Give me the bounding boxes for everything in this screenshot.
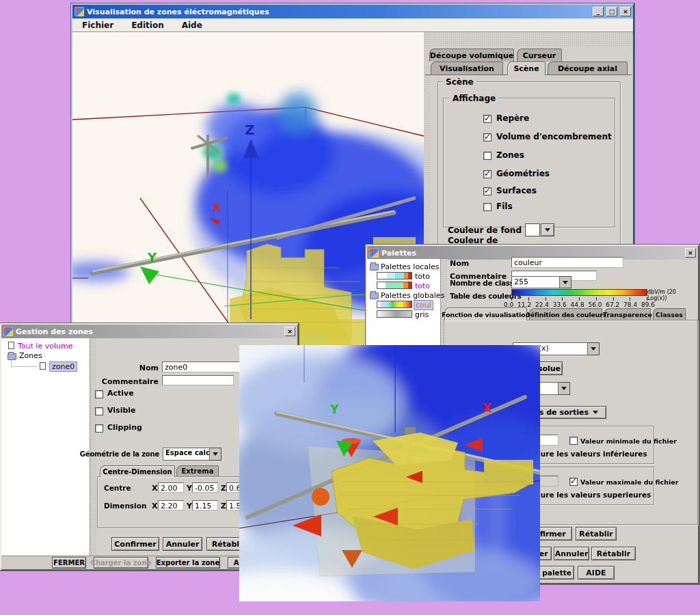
close-icon[interactable]: × xyxy=(284,327,295,336)
render-image: Y X xyxy=(239,345,540,601)
zones-titlebar[interactable]: Gestion des zones × xyxy=(1,325,297,338)
svg-text:X: X xyxy=(483,401,492,415)
palette-retablir-button[interactable]: Rétablir xyxy=(576,527,617,541)
palette-label-toto2[interactable]: toto xyxy=(415,282,430,290)
centre-x-field[interactable]: 2.00 xyxy=(158,482,184,493)
checkbox-surfaces-label: Surfaces xyxy=(496,186,537,195)
fermer-button[interactable]: FERMER xyxy=(52,557,86,569)
app-icon xyxy=(75,7,84,16)
main-titlebar[interactable]: Visualisation de zones éléctromagnétique… xyxy=(72,5,633,18)
centre-y-field[interactable]: -0.05 xyxy=(192,482,218,493)
tab-transparence[interactable]: Transparence xyxy=(604,308,651,320)
checkbox-surfaces[interactable] xyxy=(483,187,492,195)
commentaire-label: Commentaire xyxy=(97,377,159,386)
centre-x-label: X xyxy=(152,484,157,493)
charger-la-zone-button[interactable]: Charger la zone xyxy=(94,557,148,569)
palette-swatch-toto2[interactable] xyxy=(377,282,412,289)
checkbox-valeur-maximale[interactable] xyxy=(569,478,578,486)
centre-label: Centre xyxy=(104,484,131,492)
dimension-x-field[interactable]: 2.20 xyxy=(158,500,184,510)
checkbox-volume-encombrement[interactable] xyxy=(483,133,492,141)
dropdown-arrow-icon xyxy=(545,228,550,232)
classes-value: 255 xyxy=(511,276,560,288)
exporter-la-zone-button[interactable]: Exporter la zone xyxy=(156,557,220,569)
tree-connector xyxy=(11,366,37,367)
palette-label-coul[interactable]: coul xyxy=(414,300,433,310)
color-table-bar[interactable] xyxy=(511,289,647,296)
annuler-button[interactable]: Annuler xyxy=(163,537,202,551)
tree-palettes-locales[interactable]: Palettes locales xyxy=(381,262,439,271)
tab-scene[interactable]: Scène xyxy=(507,62,546,75)
checkbox-fils[interactable] xyxy=(483,203,492,211)
svg-text:X: X xyxy=(212,201,221,214)
couleur-de-partial-label: Couleur de xyxy=(448,236,498,245)
page-icon xyxy=(40,362,46,370)
confirmer-button[interactable]: Confirmer xyxy=(111,537,159,551)
palette-aide-button[interactable]: AIDE xyxy=(578,566,615,579)
close-icon[interactable]: × xyxy=(620,7,631,16)
scene-group-title: Scène xyxy=(443,77,476,87)
couleur-de-fond-swatch[interactable] xyxy=(525,223,540,236)
tree-item-zone0[interactable]: zone0 xyxy=(49,361,77,372)
window-icon xyxy=(369,248,379,258)
valeur-minimale-label: Valeur minimale du fichier xyxy=(580,437,677,445)
couleur-de-fond-dropdown[interactable] xyxy=(541,223,554,236)
checkbox-repere[interactable] xyxy=(483,115,492,123)
menu-fichier[interactable]: Fichier xyxy=(82,20,113,30)
classes-dropdown[interactable]: 255 xyxy=(511,276,571,288)
zones-window-title: Gestion des zones xyxy=(16,327,93,336)
close-icon[interactable]: × xyxy=(685,248,696,258)
geometrie-label: Géométrie de la zone xyxy=(70,450,159,458)
palette-label-toto1[interactable]: toto xyxy=(415,272,430,281)
checkbox-visible[interactable] xyxy=(95,407,103,415)
menu-edition[interactable]: Edition xyxy=(131,20,164,30)
tree-item-zones[interactable]: Zones xyxy=(19,351,42,360)
palette-swatch-gris[interactable] xyxy=(377,310,412,318)
dimension-y-field[interactable]: 1.15 xyxy=(192,500,218,510)
tab-visualisation[interactable]: Visualisation xyxy=(431,62,503,74)
svg-text:Y: Y xyxy=(147,250,157,264)
palette-nom-field[interactable]: couleur xyxy=(511,257,623,268)
tab-extrema[interactable]: Extrema xyxy=(176,465,219,476)
checkbox-fils-label: Fils xyxy=(496,202,513,211)
panel-texture-top xyxy=(424,32,633,47)
geometrie-value: Espace calcul xyxy=(163,448,210,461)
tab-fonction-visualisation[interactable]: Fonction de visualisation xyxy=(444,308,527,320)
commentaire-field[interactable] xyxy=(162,375,234,385)
svg-text:Z: Z xyxy=(245,122,255,138)
dropdown-arrow-icon xyxy=(588,342,600,355)
tab-definition-couleurs[interactable]: Définition des couleurs xyxy=(529,308,602,320)
checkbox-active[interactable] xyxy=(95,390,103,398)
checkbox-zones-label: Zones xyxy=(496,150,524,160)
tree-item-tout-le-volume[interactable]: Tout le volume xyxy=(18,342,72,351)
centre-y-label: Y xyxy=(187,484,192,493)
tab-decoupe-axial[interactable]: Découpe axial xyxy=(548,62,628,74)
checkbox-geometries[interactable] xyxy=(483,170,492,178)
palette-swatch-coul[interactable] xyxy=(377,301,412,308)
palette-annuler-button[interactable]: Annuler xyxy=(554,547,589,560)
tab-centre-dimension[interactable]: Centre-Dimension xyxy=(100,465,175,477)
palettes-window-title: Palettes xyxy=(381,249,416,258)
palette-retablir-button-2[interactable]: Rétablir xyxy=(591,547,636,560)
checkbox-geometries-label: Géométries xyxy=(496,169,550,178)
palette-swatch-toto1[interactable] xyxy=(377,272,412,279)
dimension-label: Dimension xyxy=(104,502,146,510)
affichage-group-title: Affichage xyxy=(450,94,498,103)
menu-aide[interactable]: Aide xyxy=(182,20,202,30)
valeur-maximale-label: Valeur maximale du fichier xyxy=(580,478,678,486)
tab-curseur[interactable]: Curseur xyxy=(517,49,562,62)
tab-decoupe-volumique[interactable]: Découpe volumique xyxy=(429,49,514,62)
dropdown-arrow-icon xyxy=(593,411,598,414)
checkbox-clipping[interactable] xyxy=(95,424,103,433)
checkbox-valeur-minimale[interactable] xyxy=(569,437,578,445)
dropdown-arrow-icon xyxy=(560,276,571,288)
tree-palettes-globales[interactable]: Palettes globales xyxy=(381,291,444,300)
maximize-icon[interactable]: □ xyxy=(606,7,617,16)
minimize-icon[interactable]: _ xyxy=(593,7,604,16)
checkbox-zones[interactable] xyxy=(483,152,492,160)
geometrie-dropdown[interactable]: Espace calcul xyxy=(163,448,221,461)
tab-classes[interactable]: Classes xyxy=(653,308,686,320)
zones-splitter[interactable] xyxy=(90,338,96,556)
palette-label-gris[interactable]: gris xyxy=(415,310,429,319)
dimension-z-label: Z xyxy=(221,502,226,510)
